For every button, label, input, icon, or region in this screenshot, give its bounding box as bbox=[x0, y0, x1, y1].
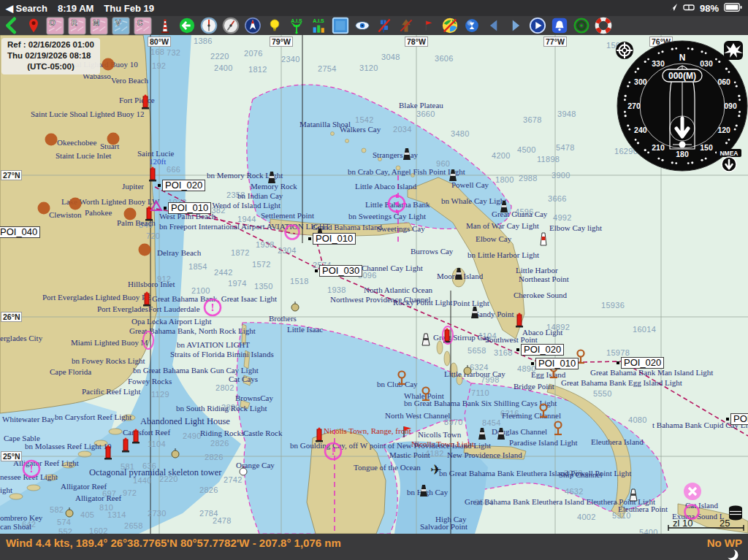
alarm-bell-icon[interactable] bbox=[549, 16, 569, 35]
waypoint-ellipse-icon[interactable] bbox=[438, 326, 457, 345]
nmea-status-icon[interactable]: NMEA bbox=[717, 149, 741, 172]
tan-buoy-icon[interactable] bbox=[166, 444, 185, 463]
svg-text:C: C bbox=[137, 18, 143, 26]
depth-sounding: 3666 bbox=[548, 195, 567, 203]
airport-icon[interactable]: ✈ bbox=[427, 461, 446, 480]
track-off-icon[interactable] bbox=[396, 16, 416, 35]
waypoint-circle-icon[interactable] bbox=[283, 223, 302, 242]
town-marker[interactable] bbox=[34, 199, 53, 218]
compass-dial-icon[interactable] bbox=[199, 16, 218, 35]
next-triangle-icon[interactable] bbox=[505, 16, 525, 35]
red-light-buoy-icon[interactable] bbox=[116, 437, 135, 456]
chart-source-r-icon[interactable]: R bbox=[67, 16, 87, 35]
tan-buoy-icon[interactable] bbox=[60, 503, 79, 522]
chart-frame-icon[interactable] bbox=[330, 16, 350, 35]
chart-source-o-icon[interactable]: O bbox=[45, 16, 65, 35]
globe-off-icon[interactable] bbox=[440, 16, 459, 35]
chart-source-v-icon[interactable]: V bbox=[111, 16, 131, 35]
red-light-buoy-icon[interactable] bbox=[99, 444, 118, 463]
red-light-buoy-icon[interactable] bbox=[143, 166, 162, 185]
chart-source-c-icon[interactable]: C bbox=[133, 16, 153, 35]
bulb-icon[interactable] bbox=[264, 16, 284, 35]
back-to-search-link[interactable]: ◀ Search bbox=[6, 3, 47, 14]
flag-icon[interactable] bbox=[418, 16, 438, 35]
chart-cache-icon[interactable] bbox=[726, 504, 745, 523]
town-marker[interactable] bbox=[104, 129, 123, 148]
black-light-tower-icon[interactable] bbox=[492, 424, 511, 443]
white-light-tower-icon[interactable] bbox=[624, 486, 643, 505]
chart-place-label: Miami Lighted Buoy M bbox=[71, 339, 148, 347]
prev-circle-icon[interactable] bbox=[177, 16, 196, 35]
depth-sounding: 16014 bbox=[633, 326, 656, 334]
black-light-tower-icon[interactable] bbox=[262, 168, 281, 187]
red-light-buoy-icon[interactable] bbox=[137, 291, 156, 310]
town-marker[interactable] bbox=[66, 194, 85, 213]
ais-bars-icon[interactable]: A.I.S bbox=[308, 16, 328, 35]
black-light-tower-icon[interactable] bbox=[495, 197, 514, 216]
poi-label[interactable]: POI_030 bbox=[319, 265, 362, 277]
orange-daybeacon-icon[interactable] bbox=[534, 402, 553, 421]
black-light-tower-icon[interactable] bbox=[414, 481, 433, 500]
poi-label[interactable]: POI_020 bbox=[521, 344, 564, 356]
black-light-tower-icon[interactable] bbox=[465, 303, 484, 322]
play-circle-icon[interactable] bbox=[527, 16, 547, 35]
ais-target-icon[interactable]: A.I.S bbox=[286, 16, 306, 35]
striped-light-tower-icon[interactable] bbox=[534, 230, 553, 249]
signpost-off-icon[interactable] bbox=[374, 16, 394, 35]
orange-daybeacon-icon[interactable] bbox=[416, 385, 435, 404]
chart-place-label: Opa Locka Airport Light bbox=[131, 318, 212, 326]
poi-label[interactable]: POI_010 bbox=[168, 202, 211, 214]
black-light-tower-icon[interactable] bbox=[473, 424, 492, 443]
target-rings-icon[interactable] bbox=[571, 16, 591, 35]
black-light-tower-icon[interactable] bbox=[397, 145, 416, 164]
reference-time-box[interactable]: Ref : 02/16/2026 01:00 Thu 02/19/2026 08… bbox=[1, 38, 100, 74]
autopilot-wheel-icon[interactable] bbox=[616, 42, 633, 59]
back-chevron-icon[interactable] bbox=[1, 16, 21, 35]
maltese-cross-icon[interactable] bbox=[724, 41, 743, 60]
eye-icon[interactable] bbox=[352, 16, 372, 35]
town-marker[interactable] bbox=[42, 130, 61, 149]
chart-source-m-icon[interactable]: M bbox=[89, 16, 109, 35]
black-light-tower-icon[interactable] bbox=[443, 166, 462, 185]
alert-waypoint-icon[interactable]: ! bbox=[203, 298, 222, 317]
poi-label[interactable]: POI_020 bbox=[621, 357, 664, 369]
tan-buoy-icon[interactable] bbox=[458, 361, 477, 380]
compass-boat-icon[interactable] bbox=[243, 16, 262, 35]
alert-waypoint-icon[interactable]: ! bbox=[324, 442, 343, 461]
depth-sounding: 2826 bbox=[210, 440, 229, 448]
waypoint-status[interactable]: No WP bbox=[707, 537, 742, 549]
alert-waypoint-icon[interactable]: ! bbox=[22, 459, 41, 478]
orange-daybeacon-icon[interactable] bbox=[392, 369, 411, 388]
map-pin-icon[interactable] bbox=[23, 16, 43, 35]
red-light-buoy-icon[interactable] bbox=[136, 93, 155, 112]
tan-buoy-icon[interactable] bbox=[286, 297, 305, 316]
compass-dial-2-icon[interactable] bbox=[221, 16, 240, 35]
white-buoy-icon[interactable] bbox=[234, 461, 253, 480]
prev-triangle-icon[interactable] bbox=[484, 16, 503, 35]
waypoint-circle-icon[interactable] bbox=[682, 502, 701, 521]
orange-daybeacon-icon[interactable] bbox=[549, 419, 568, 438]
nav-data-readout[interactable]: Wind 4.4 kts, 189.4° 26°38.7765'N 80°57.… bbox=[6, 537, 341, 549]
poi-label[interactable]: POI bbox=[730, 413, 748, 425]
red-light-buoy-icon[interactable] bbox=[510, 312, 529, 331]
lighthouse-icon[interactable] bbox=[155, 16, 175, 35]
poi-label[interactable]: POI_010 bbox=[535, 358, 579, 369]
lifebuoy-icon[interactable] bbox=[593, 16, 613, 35]
target-waypoint-icon[interactable] bbox=[387, 194, 406, 213]
poi-label[interactable]: POI_040 bbox=[0, 226, 40, 238]
town-marker[interactable] bbox=[135, 240, 154, 259]
compass-rose[interactable]: N030060090120150180210240270300330 000(M… bbox=[614, 38, 748, 174]
chart-place-label: Okeechobee bbox=[57, 139, 96, 147]
red-flag-icon[interactable] bbox=[397, 423, 416, 442]
depth-sounding: 666 bbox=[167, 166, 180, 174]
black-light-tower-icon[interactable] bbox=[449, 264, 468, 283]
closed-waypoint-icon[interactable] bbox=[683, 482, 702, 501]
white-light-tower-icon[interactable] bbox=[416, 330, 435, 349]
chart-place-label: Northeast Point bbox=[519, 275, 569, 283]
poi-label[interactable]: POI_020 bbox=[162, 180, 205, 191]
poi-label[interactable]: POI_010 bbox=[313, 233, 356, 245]
waypoint-ellipse-icon[interactable] bbox=[139, 331, 158, 350]
town-marker[interactable] bbox=[121, 204, 140, 223]
town-marker[interactable] bbox=[99, 55, 118, 74]
waypoint-sphere-icon[interactable] bbox=[462, 16, 481, 35]
